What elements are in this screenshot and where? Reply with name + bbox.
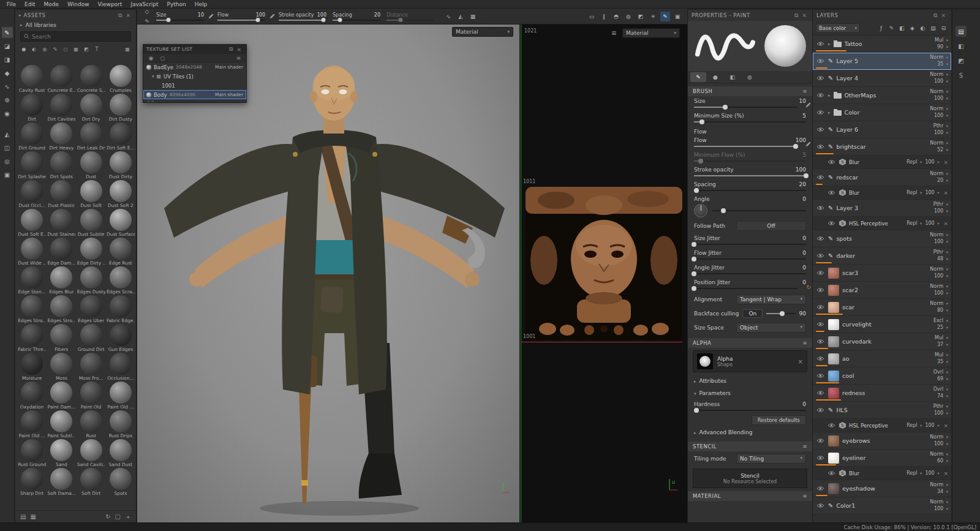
param-minimum-flow[interactable]: Minimum Flow (%)5 xyxy=(688,150,812,165)
visibility-eye-icon[interactable] xyxy=(816,486,825,491)
polygon-fill-tool[interactable]: ◆ xyxy=(2,67,13,78)
asset-item[interactable]: Dirt Soft E... xyxy=(107,122,135,151)
asset-item[interactable]: Sand Dust xyxy=(107,439,135,468)
toolbar-slider[interactable] xyxy=(279,20,326,21)
list-view-icon[interactable]: ▤ xyxy=(20,513,26,520)
layer-effect-row[interactable]: S Blur Repl ▾ 100 ▾ × xyxy=(813,467,951,480)
asset-item[interactable]: Edges Uber xyxy=(77,295,105,324)
asset-item[interactable]: Dirt Heavy xyxy=(47,122,75,151)
viewport-3d[interactable]: Material▾ TEXTURE SET LIST ⧉ × ◉ ○ ≡ Bad… xyxy=(137,24,519,522)
menu-window[interactable]: Window xyxy=(63,1,94,7)
asset-item[interactable]: Dust Occl... xyxy=(18,180,46,209)
expand-chevron-icon[interactable]: ▸ xyxy=(828,110,831,115)
toolbar-spacing[interactable]: Spacing20 xyxy=(333,12,380,21)
asset-item[interactable]: Dust Stained xyxy=(47,209,75,238)
blend-mode-dropdown[interactable]: Norm ▾ xyxy=(930,232,948,238)
blend-mode-dropdown[interactable]: Norm ▾ xyxy=(930,499,948,505)
blend-mode-dropdown[interactable]: Norm ▾ xyxy=(930,482,948,488)
visibility-eye-icon[interactable] xyxy=(816,322,825,327)
visibility-eye-icon[interactable] xyxy=(816,175,825,180)
layer-effect-row[interactable]: S HSL Perceptive Repl ▾ 100 ▾ × xyxy=(813,217,951,230)
tab-texture-set-settings[interactable]: ◧ xyxy=(956,40,967,51)
asset-item[interactable]: Fabric Thre... xyxy=(18,324,46,353)
opacity-dropdown[interactable]: 100 ▾ xyxy=(934,208,948,214)
param-minimum-size[interactable]: Minimum Size (%)5 xyxy=(688,111,812,126)
effect-blend-mode-dropdown[interactable]: Repl ▾ xyxy=(907,190,922,195)
toolbar-slider[interactable] xyxy=(333,20,380,21)
hardness-slider[interactable] xyxy=(694,410,806,411)
search-input[interactable] xyxy=(32,34,127,40)
blend-mode-dropdown[interactable]: Norm ▾ xyxy=(930,171,948,177)
asset-item[interactable]: Dust Wide ... xyxy=(18,238,46,266)
blend-mode-dropdown[interactable]: Norm ▾ xyxy=(930,284,948,290)
visibility-eye-icon[interactable] xyxy=(816,356,825,361)
tab-stencil[interactable]: ◧ xyxy=(725,72,741,82)
visibility-eye-icon[interactable] xyxy=(827,159,836,165)
layer-row[interactable]: eyebrows Norm ▾ 100 ▾ xyxy=(813,432,951,450)
filter-alphas-icon[interactable]: ○ xyxy=(61,45,70,53)
tab-shader-settings[interactable]: S xyxy=(956,70,967,81)
opacity-dropdown[interactable]: 34 ▾ xyxy=(937,489,948,495)
layer-row[interactable]: ✎ Color1 Norm ▾ 100 ▾ xyxy=(813,497,951,514)
blend-mode-dropdown[interactable]: Pthr ▾ xyxy=(933,249,948,255)
opacity-dropdown[interactable]: 100 ▾ xyxy=(934,113,948,119)
asset-item[interactable]: Fabric Edge... xyxy=(107,295,135,324)
remove-effect-icon[interactable]: × xyxy=(943,190,948,196)
section-menu-icon[interactable]: ≡ xyxy=(802,443,807,450)
filter-textures-icon[interactable]: ▦ xyxy=(71,45,81,53)
layer-effect-row[interactable]: S Blur Repl ▾ 100 ▾ × xyxy=(813,156,951,169)
clone-tool[interactable]: ⊕ xyxy=(2,94,13,105)
param-size-jitter[interactable]: Size Jitter0 xyxy=(688,233,812,248)
asset-item[interactable]: Dust Soft 2 xyxy=(107,180,135,209)
tiling-mode-dropdown[interactable]: No Tiling▾ xyxy=(736,454,806,464)
effect-opacity-dropdown[interactable]: 100 ▾ xyxy=(925,220,939,226)
follow-path-value[interactable]: Off xyxy=(736,221,806,231)
section-menu-icon[interactable]: ≡ xyxy=(802,340,807,346)
asset-item[interactable]: Paint Old xyxy=(77,382,105,410)
param-slider[interactable] xyxy=(694,175,806,176)
layer-effect-row[interactable]: S Blur Repl ▾ 100 ▾ × xyxy=(813,186,951,200)
asset-item[interactable]: Edges Blur xyxy=(47,266,75,295)
blend-mode-dropdown[interactable]: Norm ▾ xyxy=(930,301,948,307)
param-slider[interactable] xyxy=(694,121,806,122)
layer-effect-row[interactable]: S HSL Perceptive Repl ▾ 100 ▾ × xyxy=(813,419,951,432)
opacity-dropdown[interactable]: 74 ▾ xyxy=(937,393,948,399)
texture-set-row[interactable]: BadEye 2048x2048 Main shader xyxy=(143,62,246,72)
simulation-icon[interactable]: ◓ xyxy=(611,12,621,21)
lazy-mouse-icon[interactable]: ∿ xyxy=(443,12,453,21)
asset-item[interactable]: Oxydation xyxy=(18,382,46,410)
visibility-eye-icon[interactable] xyxy=(816,253,825,258)
section-menu-icon[interactable]: ≡ xyxy=(802,88,807,94)
blend-mode-dropdown[interactable]: Norm ▾ xyxy=(930,89,948,95)
symmetry-panel-tool[interactable]: ◫ xyxy=(2,142,13,153)
visibility-eye-icon[interactable] xyxy=(816,58,825,64)
opacity-dropdown[interactable]: 90 ▾ xyxy=(937,44,948,50)
asset-item[interactable]: Dirt Cavities xyxy=(47,94,75,122)
visibility-eye-icon[interactable] xyxy=(816,92,825,98)
effect-blend-mode-dropdown[interactable]: Repl ▾ xyxy=(907,220,922,226)
menu-mode[interactable]: Mode xyxy=(40,1,64,7)
toolbar-slider[interactable] xyxy=(156,20,204,21)
param-stroke-opacity[interactable]: Stroke opacity100 xyxy=(688,165,812,179)
asset-item[interactable]: Paint Dam... xyxy=(47,382,75,410)
opacity-dropdown[interactable]: 35 ▾ xyxy=(937,359,948,365)
asset-item[interactable]: Dirt Splashes xyxy=(18,151,46,180)
visibility-eye-icon[interactable] xyxy=(816,438,825,443)
asset-item[interactable]: Spots xyxy=(107,468,135,497)
layer-row[interactable]: redness Ovrl ▾ 74 ▾ xyxy=(813,385,951,402)
toolbar-distance[interactable]: Distance xyxy=(386,12,434,21)
layer-row[interactable]: eyeliner Norm ▾ 60 ▾ xyxy=(813,450,951,467)
layer-row[interactable]: cool Ovrl ▾ 69 ▾ xyxy=(813,367,951,385)
param-slider[interactable] xyxy=(694,288,797,289)
blend-mode-dropdown[interactable]: Pthr ▾ xyxy=(933,404,948,410)
visibility-eye-icon[interactable] xyxy=(816,75,825,81)
toolbar-size[interactable]: Size10 xyxy=(156,12,204,21)
blend-mode-dropdown[interactable]: Norm ▾ xyxy=(930,266,948,273)
asset-item[interactable]: Cavity Rust xyxy=(18,65,46,94)
display-mode-icon[interactable]: ▭ xyxy=(587,12,597,21)
param-slider[interactable] xyxy=(766,313,795,314)
tiling-icon[interactable]: ▦ xyxy=(468,12,478,21)
clear-alpha-icon[interactable]: × xyxy=(798,358,803,365)
angle-slider[interactable] xyxy=(712,210,806,211)
eraser-tool[interactable]: ◪ xyxy=(2,40,13,51)
